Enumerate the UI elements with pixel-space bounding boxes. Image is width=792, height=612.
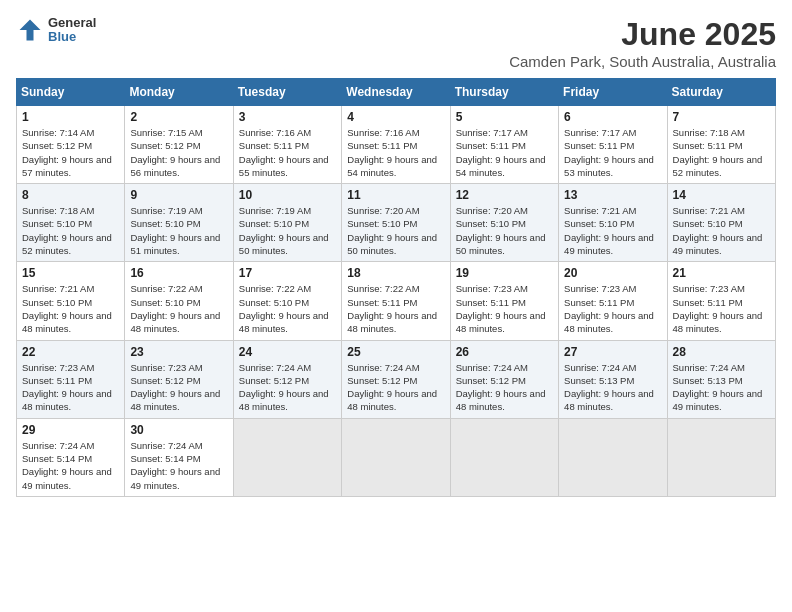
calendar-row-3: 15 Sunrise: 7:21 AMSunset: 5:10 PMDaylig… [17,262,776,340]
day-29: 29 Sunrise: 7:24 AMSunset: 5:14 PMDaylig… [17,418,125,496]
calendar-row-5: 29 Sunrise: 7:24 AMSunset: 5:14 PMDaylig… [17,418,776,496]
day-26: 26 Sunrise: 7:24 AMSunset: 5:12 PMDaylig… [450,340,558,418]
day-4: 4 Sunrise: 7:16 AMSunset: 5:11 PMDayligh… [342,106,450,184]
logo-text: General Blue [48,16,96,45]
day-14: 14 Sunrise: 7:21 AMSunset: 5:10 PMDaylig… [667,184,775,262]
sub-title: Camden Park, South Australia, Australia [509,53,776,70]
day-10: 10 Sunrise: 7:19 AMSunset: 5:10 PMDaylig… [233,184,341,262]
col-monday: Monday [125,79,233,106]
day-5: 5 Sunrise: 7:17 AMSunset: 5:11 PMDayligh… [450,106,558,184]
day-7: 7 Sunrise: 7:18 AMSunset: 5:11 PMDayligh… [667,106,775,184]
day-18: 18 Sunrise: 7:22 AMSunset: 5:11 PMDaylig… [342,262,450,340]
day-22: 22 Sunrise: 7:23 AMSunset: 5:11 PMDaylig… [17,340,125,418]
col-tuesday: Tuesday [233,79,341,106]
empty-cell-3 [450,418,558,496]
day-17: 17 Sunrise: 7:22 AMSunset: 5:10 PMDaylig… [233,262,341,340]
day-13: 13 Sunrise: 7:21 AMSunset: 5:10 PMDaylig… [559,184,667,262]
logo-icon [16,16,44,44]
empty-cell-5 [667,418,775,496]
day-12: 12 Sunrise: 7:20 AMSunset: 5:10 PMDaylig… [450,184,558,262]
col-thursday: Thursday [450,79,558,106]
day-8: 8 Sunrise: 7:18 AMSunset: 5:10 PMDayligh… [17,184,125,262]
day-15: 15 Sunrise: 7:21 AMSunset: 5:10 PMDaylig… [17,262,125,340]
logo: General Blue [16,16,96,45]
col-friday: Friday [559,79,667,106]
day-11: 11 Sunrise: 7:20 AMSunset: 5:10 PMDaylig… [342,184,450,262]
calendar-table: Sunday Monday Tuesday Wednesday Thursday… [16,78,776,497]
empty-cell-2 [342,418,450,496]
col-saturday: Saturday [667,79,775,106]
day-27: 27 Sunrise: 7:24 AMSunset: 5:13 PMDaylig… [559,340,667,418]
calendar-row-1: 1 Sunrise: 7:14 AMSunset: 5:12 PMDayligh… [17,106,776,184]
day-24: 24 Sunrise: 7:24 AMSunset: 5:12 PMDaylig… [233,340,341,418]
empty-cell-1 [233,418,341,496]
calendar-row-2: 8 Sunrise: 7:18 AMSunset: 5:10 PMDayligh… [17,184,776,262]
day-16: 16 Sunrise: 7:22 AMSunset: 5:10 PMDaylig… [125,262,233,340]
calendar-header-row: Sunday Monday Tuesday Wednesday Thursday… [17,79,776,106]
day-19: 19 Sunrise: 7:23 AMSunset: 5:11 PMDaylig… [450,262,558,340]
day-23: 23 Sunrise: 7:23 AMSunset: 5:12 PMDaylig… [125,340,233,418]
day-28: 28 Sunrise: 7:24 AMSunset: 5:13 PMDaylig… [667,340,775,418]
header: General Blue June 2025 Camden Park, Sout… [16,16,776,70]
logo-general-text: General [48,16,96,30]
svg-marker-0 [20,20,41,41]
day-20: 20 Sunrise: 7:23 AMSunset: 5:11 PMDaylig… [559,262,667,340]
day-30: 30 Sunrise: 7:24 AMSunset: 5:14 PMDaylig… [125,418,233,496]
day-3: 3 Sunrise: 7:16 AMSunset: 5:11 PMDayligh… [233,106,341,184]
day-9: 9 Sunrise: 7:19 AMSunset: 5:10 PMDayligh… [125,184,233,262]
day-21: 21 Sunrise: 7:23 AMSunset: 5:11 PMDaylig… [667,262,775,340]
title-area: June 2025 Camden Park, South Australia, … [509,16,776,70]
day-1: 1 Sunrise: 7:14 AMSunset: 5:12 PMDayligh… [17,106,125,184]
day-2: 2 Sunrise: 7:15 AMSunset: 5:12 PMDayligh… [125,106,233,184]
day-25: 25 Sunrise: 7:24 AMSunset: 5:12 PMDaylig… [342,340,450,418]
calendar-row-4: 22 Sunrise: 7:23 AMSunset: 5:11 PMDaylig… [17,340,776,418]
col-sunday: Sunday [17,79,125,106]
main-title: June 2025 [509,16,776,53]
col-wednesday: Wednesday [342,79,450,106]
day-6: 6 Sunrise: 7:17 AMSunset: 5:11 PMDayligh… [559,106,667,184]
empty-cell-4 [559,418,667,496]
logo-blue-text: Blue [48,30,96,44]
